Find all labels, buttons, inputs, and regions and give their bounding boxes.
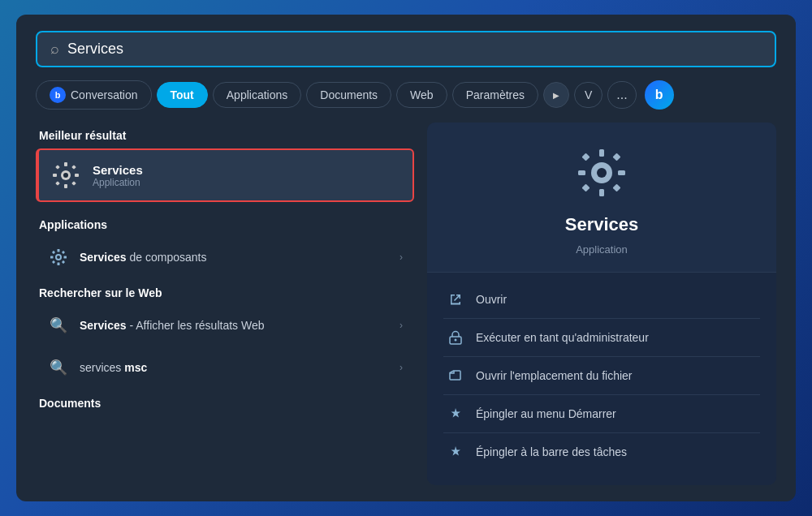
tab-documents-label: Documents bbox=[320, 88, 378, 101]
best-result-title: Meilleur résultat bbox=[36, 123, 414, 145]
tab-parametres[interactable]: Paramètres bbox=[452, 82, 538, 108]
svg-rect-2 bbox=[64, 162, 67, 166]
tab-tout[interactable]: Tout bbox=[157, 82, 208, 108]
right-app-type: Application bbox=[576, 243, 628, 256]
action-epingler-barre[interactable]: Épingler à la barre des tâches bbox=[443, 433, 760, 471]
main-content: Meilleur résultat bbox=[36, 123, 776, 485]
tabs-row: b Conversation Tout Applications Documen… bbox=[36, 80, 776, 110]
bing-icon-small: b bbox=[50, 87, 66, 103]
composants-chevron: › bbox=[400, 252, 403, 263]
svg-rect-28 bbox=[582, 184, 590, 192]
action-admin[interactable]: Exécuter en tant qu'administrateur bbox=[443, 319, 760, 357]
tab-more-button[interactable]: ... bbox=[607, 81, 636, 109]
applications-section-title: Applications bbox=[36, 212, 414, 234]
right-header: Services Application bbox=[427, 123, 776, 273]
svg-rect-9 bbox=[71, 181, 76, 186]
tab-conversation[interactable]: b Conversation bbox=[36, 80, 152, 110]
action-emplacement[interactable]: Ouvrir l'emplacement du fichier bbox=[443, 357, 760, 395]
action-ouvrir[interactable]: Ouvrir bbox=[443, 281, 760, 319]
right-panel: Services Application Ouvrir bbox=[427, 123, 776, 485]
list-item-web-services[interactable]: 🔍 Services - Afficher les résultats Web … bbox=[36, 306, 414, 345]
composants-text: Services de composants bbox=[80, 251, 390, 264]
web-services-chevron: › bbox=[400, 320, 403, 331]
svg-rect-12 bbox=[58, 249, 60, 252]
list-item-composants[interactable]: Services de composants › bbox=[36, 238, 414, 277]
action-epingler-demarrer[interactable]: Épingler au menu Démarrer bbox=[443, 395, 760, 433]
epingler-demarrer-label: Épingler au menu Démarrer bbox=[476, 407, 616, 420]
tab-applications[interactable]: Applications bbox=[213, 82, 302, 108]
tab-conversation-label: Conversation bbox=[71, 88, 138, 101]
svg-rect-4 bbox=[53, 174, 57, 177]
services-msc-prefix: services bbox=[80, 361, 124, 374]
web-search-icon-2: 🔍 bbox=[47, 356, 70, 379]
admin-icon bbox=[447, 329, 464, 346]
tab-v-label: V bbox=[585, 88, 592, 101]
right-services-icon bbox=[576, 147, 628, 206]
svg-point-1 bbox=[63, 173, 68, 178]
web-search-section-title: Rechercher sur le Web bbox=[36, 280, 414, 303]
composants-icon bbox=[47, 246, 70, 269]
tab-tout-label: Tout bbox=[171, 88, 194, 101]
svg-rect-27 bbox=[613, 153, 621, 161]
tab-play-button[interactable]: ▶ bbox=[543, 82, 569, 108]
svg-point-21 bbox=[597, 168, 607, 178]
best-result-type: Application bbox=[93, 177, 143, 188]
svg-rect-8 bbox=[55, 181, 60, 186]
svg-rect-22 bbox=[599, 149, 604, 157]
ouvrir-label: Ouvrir bbox=[476, 293, 507, 306]
composants-suffix: de composants bbox=[127, 251, 207, 264]
best-result-item[interactable]: Services Application bbox=[36, 148, 414, 202]
search-bar[interactable]: ⌕ Services bbox=[36, 31, 776, 67]
right-actions: Ouvrir Exécuter en tant qu'administrateu… bbox=[427, 273, 776, 479]
tab-v[interactable]: V bbox=[574, 82, 603, 108]
svg-rect-24 bbox=[578, 170, 585, 175]
documents-section-title: Documents bbox=[36, 390, 414, 413]
svg-rect-16 bbox=[52, 251, 55, 254]
emplacement-icon bbox=[447, 367, 464, 385]
tab-web-label: Web bbox=[410, 88, 434, 101]
right-app-name: Services bbox=[565, 214, 639, 235]
admin-label: Exécuter en tant qu'administrateur bbox=[476, 331, 649, 344]
tab-parametres-label: Paramètres bbox=[466, 88, 525, 101]
services-msc-chevron: › bbox=[400, 362, 403, 373]
left-panel: Meilleur résultat bbox=[36, 123, 414, 485]
svg-point-31 bbox=[455, 339, 457, 342]
svg-rect-29 bbox=[613, 184, 621, 192]
svg-rect-14 bbox=[50, 256, 54, 259]
search-icon: ⌕ bbox=[50, 41, 59, 58]
search-query: Services bbox=[67, 41, 762, 58]
epingler-demarrer-icon bbox=[447, 405, 464, 423]
svg-rect-25 bbox=[618, 170, 625, 175]
web-search-icon-1: 🔍 bbox=[47, 314, 70, 337]
best-result-text: Services Application bbox=[93, 163, 143, 188]
services-msc-suffix: msc bbox=[124, 361, 147, 374]
best-result-name: Services bbox=[93, 163, 143, 177]
web-services-suffix: - Afficher les résultats Web bbox=[127, 319, 265, 332]
epingler-barre-label: Épingler à la barre des tâches bbox=[476, 445, 627, 458]
epingler-barre-icon bbox=[447, 443, 464, 461]
svg-rect-13 bbox=[58, 263, 60, 266]
svg-rect-19 bbox=[62, 260, 65, 264]
svg-rect-7 bbox=[71, 165, 76, 170]
services-app-icon bbox=[50, 160, 81, 191]
svg-rect-18 bbox=[52, 260, 55, 264]
tab-more-label: ... bbox=[616, 88, 627, 101]
svg-rect-6 bbox=[55, 165, 60, 170]
tab-applications-label: Applications bbox=[227, 88, 288, 101]
services-msc-text: services msc bbox=[80, 361, 390, 374]
composants-prefix: Services bbox=[80, 251, 127, 264]
svg-rect-3 bbox=[64, 184, 67, 188]
svg-point-11 bbox=[57, 256, 60, 259]
web-services-text: Services - Afficher les résultats Web bbox=[80, 319, 390, 332]
web-services-prefix: Services bbox=[80, 319, 127, 332]
search-panel: ⌕ Services b Conversation Tout Applicati… bbox=[16, 15, 796, 501]
ouvrir-icon bbox=[447, 290, 464, 308]
list-item-services-msc[interactable]: 🔍 services msc › bbox=[36, 348, 414, 387]
svg-rect-23 bbox=[599, 189, 604, 196]
svg-rect-17 bbox=[62, 251, 65, 254]
tab-web[interactable]: Web bbox=[396, 82, 447, 108]
tab-documents[interactable]: Documents bbox=[306, 82, 391, 108]
emplacement-label: Ouvrir l'emplacement du fichier bbox=[476, 369, 633, 382]
bing-icon-large[interactable]: b bbox=[645, 80, 674, 110]
svg-rect-15 bbox=[64, 256, 67, 259]
